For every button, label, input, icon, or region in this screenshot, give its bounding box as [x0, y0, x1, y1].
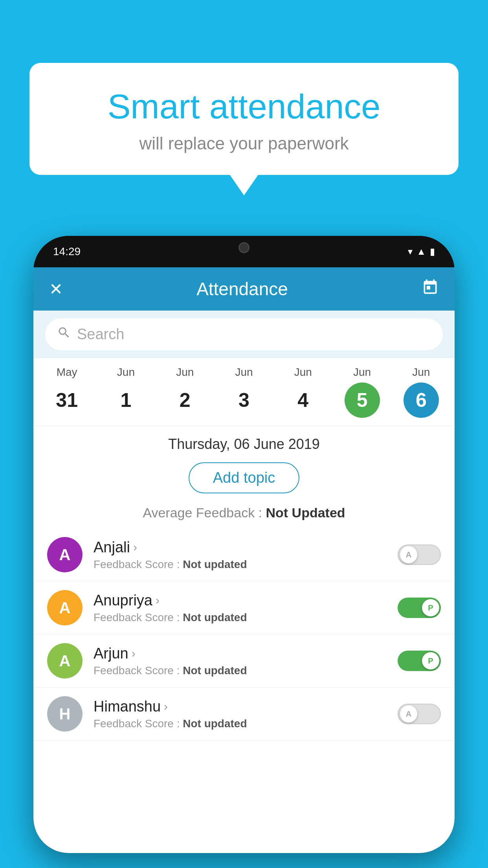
speech-bubble-title: Smart attendance	[49, 86, 439, 127]
avg-feedback-value: Not Updated	[266, 505, 345, 520]
calendar-item-6[interactable]: Jun6	[392, 366, 451, 418]
student-toggle-0[interactable]: A	[398, 544, 441, 565]
status-icons: ▾ ▲ ▮	[408, 246, 435, 257]
battery-icon: ▮	[430, 246, 435, 257]
cal-day-2[interactable]: 2	[167, 383, 203, 418]
avg-feedback-label: Average Feedback :	[143, 505, 262, 520]
speech-bubble: Smart attendance will replace your paper…	[29, 63, 459, 175]
calendar-item-4[interactable]: Jun4	[273, 366, 332, 418]
header-title: Attendance	[196, 278, 288, 300]
chevron-icon: ›	[132, 647, 136, 660]
student-name-1: Anupriya ›	[94, 592, 387, 609]
student-toggle-1[interactable]: P	[398, 598, 441, 618]
student-name-2: Arjun ›	[94, 645, 387, 662]
student-list: AAnjali ›Feedback Score : Not updatedAAA…	[33, 528, 455, 741]
calendar-icon[interactable]	[422, 279, 439, 300]
cal-day-1[interactable]: 1	[108, 383, 143, 418]
search-icon	[57, 326, 71, 343]
calendar-item-2[interactable]: Jun2	[156, 366, 215, 418]
chevron-icon: ›	[164, 700, 168, 713]
app-header: ✕ Attendance	[33, 267, 455, 311]
phone-frame: 14:29 ▾ ▲ ▮ ✕ Attendance	[33, 236, 455, 853]
calendar-item-0[interactable]: May31	[37, 366, 96, 418]
toggle-knob-0: A	[400, 546, 417, 563]
cal-month-4: Jun	[294, 366, 312, 379]
student-avatar-0: A	[47, 537, 83, 572]
chevron-icon: ›	[156, 594, 160, 607]
toggle-knob-3: A	[400, 705, 417, 723]
chevron-icon: ›	[133, 541, 137, 554]
close-button[interactable]: ✕	[49, 280, 63, 299]
cal-month-0: May	[57, 366, 77, 379]
cal-day-4[interactable]: 4	[285, 383, 321, 418]
student-toggle-2[interactable]: P	[398, 651, 441, 671]
cal-month-2: Jun	[176, 366, 194, 379]
cal-month-1: Jun	[117, 366, 135, 379]
calendar-item-5[interactable]: Jun5	[332, 366, 391, 418]
student-feedback-2: Feedback Score : Not updated	[94, 664, 387, 677]
selected-date-display: Thursday, 06 June 2019	[33, 426, 455, 458]
student-item-2[interactable]: AArjun ›Feedback Score : Not updatedP	[33, 634, 455, 688]
cal-day-3[interactable]: 3	[226, 383, 262, 418]
wifi-icon: ▾	[408, 246, 413, 257]
add-topic-button[interactable]: Add topic	[189, 462, 299, 493]
signal-icon: ▲	[416, 246, 426, 257]
cal-month-3: Jun	[235, 366, 253, 379]
student-info-1: Anupriya ›Feedback Score : Not updated	[94, 592, 387, 624]
student-avatar-3: H	[47, 696, 83, 732]
student-feedback-1: Feedback Score : Not updated	[94, 611, 387, 624]
speech-bubble-container: Smart attendance will replace your paper…	[29, 63, 459, 175]
student-item-3[interactable]: HHimanshu ›Feedback Score : Not updatedA	[33, 688, 455, 741]
cal-day-0[interactable]: 31	[49, 383, 84, 418]
phone-notch: 14:29 ▾ ▲ ▮	[33, 236, 455, 267]
toggle-knob-2: P	[422, 652, 439, 669]
student-avatar-1: A	[47, 590, 83, 625]
calendar-strip: May31Jun1Jun2Jun3Jun4Jun5Jun6	[33, 358, 455, 426]
student-info-3: Himanshu ›Feedback Score : Not updated	[94, 698, 387, 730]
student-avatar-2: A	[47, 643, 83, 679]
status-time: 14:29	[53, 245, 81, 258]
cal-month-6: Jun	[412, 366, 430, 379]
speech-bubble-subtitle: will replace your paperwork	[49, 134, 439, 153]
cal-day-6[interactable]: 6	[404, 383, 439, 418]
student-info-2: Arjun ›Feedback Score : Not updated	[94, 645, 387, 677]
student-toggle-3[interactable]: A	[398, 704, 441, 724]
search-input[interactable]: Search	[77, 326, 124, 343]
toggle-knob-1: P	[422, 599, 439, 616]
student-item-0[interactable]: AAnjali ›Feedback Score : Not updatedA	[33, 528, 455, 581]
student-name-0: Anjali ›	[94, 539, 387, 556]
phone-screen: ✕ Attendance Search May31Jun1Jun2	[33, 267, 455, 853]
cal-day-5[interactable]: 5	[345, 383, 380, 418]
student-item-1[interactable]: AAnupriya ›Feedback Score : Not updatedP	[33, 581, 455, 634]
search-bar[interactable]: Search	[45, 318, 443, 350]
add-topic-container: Add topic	[33, 458, 455, 501]
student-info-0: Anjali ›Feedback Score : Not updated	[94, 539, 387, 571]
student-feedback-0: Feedback Score : Not updated	[94, 558, 387, 571]
front-camera	[238, 242, 250, 253]
search-container: Search	[33, 311, 455, 358]
calendar-item-1[interactable]: Jun1	[96, 366, 155, 418]
cal-month-5: Jun	[353, 366, 371, 379]
calendar-item-3[interactable]: Jun3	[215, 366, 273, 418]
student-name-3: Himanshu ›	[94, 698, 387, 715]
student-feedback-3: Feedback Score : Not updated	[94, 717, 387, 730]
avg-feedback: Average Feedback : Not Updated	[33, 501, 455, 528]
